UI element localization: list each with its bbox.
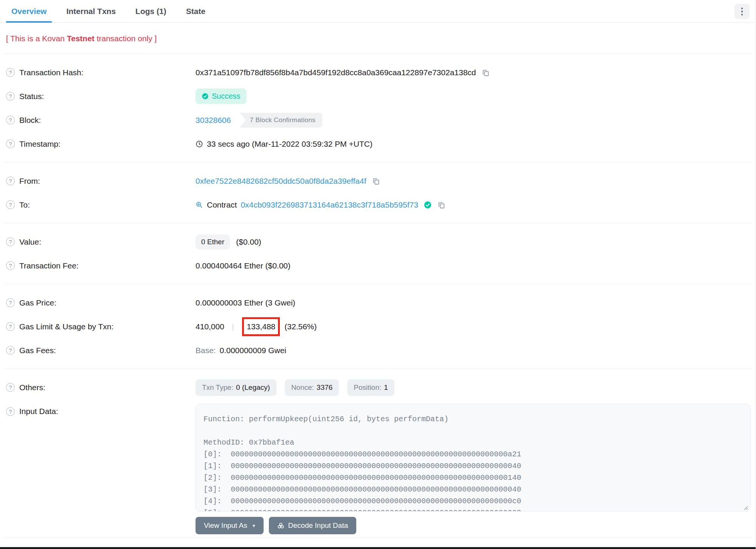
row-block: ? Block: 30328606 7 Block Confirmations <box>6 108 750 132</box>
copy-icon[interactable] <box>437 201 446 209</box>
gas-fees-base-value: 0.000000009 Gwei <box>220 346 286 355</box>
transaction-fee-value: 0.000400464 Ether ($0.00) <box>196 261 290 270</box>
row-transaction-fee: ? Transaction Fee: 0.000400464 Ether ($0… <box>6 254 750 278</box>
transaction-hash-label: Transaction Hash: <box>19 68 84 77</box>
window-bottom-edge <box>0 547 756 549</box>
block-confirmations-badge: 7 Block Confirmations <box>240 113 322 128</box>
group-value: ? Value: 0 Ether ($0.00) ? Transaction F… <box>0 223 756 284</box>
gas-limit-value: 410,000 <box>196 322 224 331</box>
tab-overview[interactable]: Overview <box>6 0 52 22</box>
help-icon: ? <box>6 200 15 209</box>
block-number-link[interactable]: 30328606 <box>196 116 231 125</box>
gas-used-value: 133,488 <box>247 322 275 331</box>
clock-icon <box>196 140 203 148</box>
value-label: Value: <box>19 237 41 247</box>
transaction-detail-card: Overview Internal Txns Logs (1) State ⋮ … <box>0 0 756 549</box>
help-icon: ? <box>6 92 15 101</box>
input-data-textarea[interactable]: Function: performUpkeep(uint256 id, byte… <box>196 404 751 512</box>
value-usd: ($0.00) <box>236 237 261 247</box>
notice-text-bold: Testnet <box>67 34 95 43</box>
gas-price-value: 0.000000003 Ether (3 Gwei) <box>196 298 295 307</box>
notice-text-pre: [ This is a Kovan <box>6 34 67 43</box>
to-label: To: <box>19 200 30 209</box>
txn-type-badge: Txn Type: 0 (Legacy) <box>196 379 276 396</box>
help-icon: ? <box>6 407 15 416</box>
help-icon: ? <box>6 383 15 392</box>
tab-bar: Overview Internal Txns Logs (1) State ⋮ <box>0 0 756 23</box>
help-icon: ? <box>6 298 15 307</box>
help-icon: ? <box>6 177 15 185</box>
to-contract-word: Contract <box>207 200 237 209</box>
timestamp-value: 33 secs ago (Mar-11-2022 03:59:32 PM +UT… <box>207 140 373 149</box>
to-address-link[interactable]: 0x4cb093f226983713164a62138c3f718a5b595f… <box>241 200 418 209</box>
input-buttons-row: View Input As ▾ Decode Input Data <box>196 517 751 534</box>
status-value: Success <box>212 92 241 101</box>
transaction-hash-value: 0x371a51097fb78df856f8b4a7bd459f192d8cc8… <box>196 68 476 77</box>
testnet-notice: [ This is a Kovan Testnet transaction on… <box>0 23 756 54</box>
check-circle-icon <box>202 93 209 100</box>
others-label: Others: <box>19 383 45 392</box>
help-icon: ? <box>6 261 15 270</box>
view-input-as-button[interactable]: View Input As ▾ <box>196 517 264 534</box>
gas-fees-label: Gas Fees: <box>19 346 56 355</box>
group-transaction: ? Transaction Hash: 0x371a51097fb78df856… <box>0 54 756 162</box>
row-timestamp: ? Timestamp: 33 secs ago (Mar-11-2022 03… <box>6 132 750 156</box>
gas-limit-label: Gas Limit & Usage by Txn: <box>19 322 113 331</box>
block-label: Block: <box>19 116 41 125</box>
row-gas-fees: ? Gas Fees: Base: 0.000000009 Gwei <box>6 338 750 362</box>
input-data-label: Input Data: <box>19 407 58 416</box>
help-icon: ? <box>6 68 15 77</box>
annotation-highlight-box: 133,488 <box>242 317 280 336</box>
timestamp-label: Timestamp: <box>19 140 61 149</box>
position-badge: Position: 1 <box>347 379 394 396</box>
row-gas-limit-usage: ? Gas Limit & Usage by Txn: 410,000 | 13… <box>6 315 750 338</box>
group-gas: ? Gas Price: 0.000000003 Ether (3 Gwei) … <box>0 284 756 369</box>
verified-contract-icon <box>424 201 432 209</box>
from-address-link[interactable]: 0xfee7522e8482682cf50ddc50a0f8da2a39effa… <box>196 177 366 186</box>
row-gas-price: ? Gas Price: 0.000000003 Ether (3 Gwei) <box>6 291 750 315</box>
input-data-wrap: Function: performUpkeep(uint256 id, byte… <box>196 404 751 512</box>
copy-icon[interactable] <box>372 177 380 185</box>
row-value: ? Value: 0 Ether ($0.00) <box>6 230 750 254</box>
row-from: ? From: 0xfee7522e8482682cf50ddc50a0f8da… <box>6 169 750 193</box>
gas-fees-base-label: Base: <box>196 346 216 355</box>
tab-internal-txns[interactable]: Internal Txns <box>61 0 121 22</box>
row-input-data: ? Input Data: Function: performUpkeep(ui… <box>6 399 750 534</box>
transaction-fee-label: Transaction Fee: <box>19 261 79 270</box>
gas-used-percent: (32.56%) <box>284 322 317 331</box>
decode-input-data-button[interactable]: Decode Input Data <box>269 517 356 534</box>
copy-icon[interactable] <box>481 68 490 77</box>
caret-down-icon: ▾ <box>253 523 255 529</box>
more-options-button[interactable]: ⋮ <box>734 4 750 19</box>
row-transaction-hash: ? Transaction Hash: 0x371a51097fb78df856… <box>6 60 750 84</box>
resize-handle-icon[interactable] <box>742 503 748 509</box>
help-icon: ? <box>6 140 15 148</box>
zoom-in-icon[interactable] <box>196 201 203 209</box>
notice-text-post: transaction only ] <box>95 34 157 43</box>
group-addresses: ? From: 0xfee7522e8482682cf50ddc50a0f8da… <box>0 163 756 223</box>
row-others: ? Others: Txn Type: 0 (Legacy) Nonce: 33… <box>6 375 750 399</box>
status-label: Status: <box>19 92 44 101</box>
status-badge: Success <box>196 88 247 104</box>
help-icon: ? <box>6 346 15 355</box>
tab-state[interactable]: State <box>181 0 211 22</box>
nonce-badge: Nonce: 3376 <box>285 379 339 396</box>
footer-divider <box>4 538 752 538</box>
gas-price-label: Gas Price: <box>19 298 56 307</box>
from-label: From: <box>19 177 40 186</box>
tab-logs[interactable]: Logs (1) <box>130 0 172 22</box>
group-others-input: ? Others: Txn Type: 0 (Legacy) Nonce: 33… <box>0 369 756 541</box>
row-status: ? Status: Success <box>6 84 750 108</box>
value-amount-badge: 0 Ether <box>196 234 230 250</box>
help-icon: ? <box>6 322 15 331</box>
gas-separator: | <box>228 322 238 331</box>
row-to: ? To: Contract 0x4cb093f226983713164a621… <box>6 193 750 217</box>
help-icon: ? <box>6 237 15 246</box>
decode-icon <box>277 522 284 529</box>
kebab-icon: ⋮ <box>737 7 747 16</box>
help-icon: ? <box>6 116 15 124</box>
